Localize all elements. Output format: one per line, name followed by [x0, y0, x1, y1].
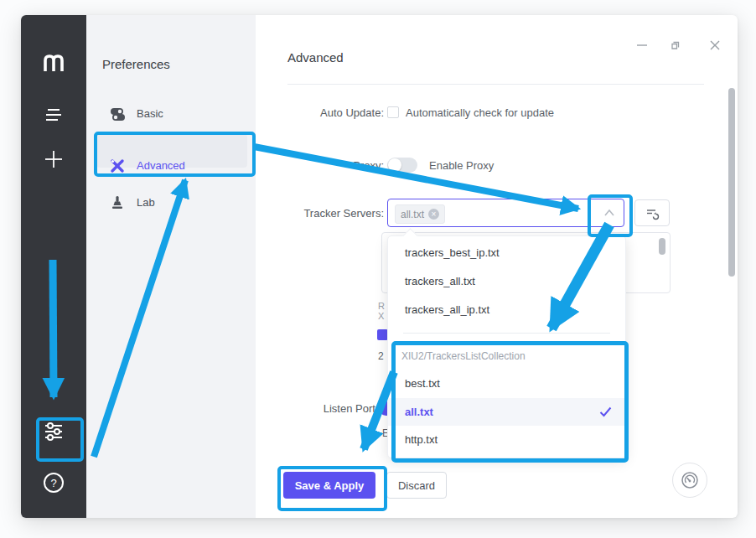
nav-basic-label: Basic: [137, 107, 163, 120]
speed-limit-button[interactable]: [672, 463, 707, 498]
annotation-box-save: [277, 466, 387, 511]
restore-button[interactable]: [667, 37, 684, 54]
selected-tracker-tag: all.txt ×: [395, 204, 445, 224]
help-icon[interactable]: ?: [43, 472, 65, 494]
add-task-icon[interactable]: [44, 149, 64, 169]
discard-button[interactable]: Discard: [386, 472, 447, 499]
basic-toggles-icon: [109, 106, 126, 122]
close-button[interactable]: [707, 37, 723, 54]
nav-lab-label: Lab: [137, 196, 155, 209]
desktop-background: ? Preferences Basic Advanced: [0, 0, 756, 538]
refresh-trackers-button[interactable]: [634, 199, 670, 226]
speedometer-icon: [680, 470, 700, 490]
lab-stamp-icon: [109, 194, 126, 211]
dropdown-item[interactable]: trackers_best_ip.txt: [388, 239, 625, 266]
tag-remove-icon[interactable]: ×: [428, 209, 439, 220]
proxy-toggle-label: Enable Proxy: [429, 159, 494, 172]
preferences-panel: Preferences: [86, 15, 256, 518]
proxy-label: Proxy:: [258, 159, 384, 172]
sidebar-item-lab[interactable]: Lab: [109, 194, 243, 211]
selected-tracker-tag-label: all.txt: [401, 209, 424, 220]
listen-ports-label: Listen Ports:: [258, 402, 384, 415]
page-title: Advanced: [287, 50, 344, 65]
dropdown-item[interactable]: trackers_all_ip.txt: [388, 296, 625, 323]
sync-list-icon: [645, 206, 660, 220]
dropdown-item[interactable]: trackers_all.txt: [388, 267, 625, 295]
title-divider: [287, 84, 704, 85]
preferences-title: Preferences: [102, 57, 170, 71]
auto-update-label: Auto Update:: [258, 106, 384, 119]
annotation-box-settings: [36, 417, 84, 462]
minimize-button[interactable]: [634, 37, 650, 54]
annotation-box-chevron: [588, 194, 633, 237]
app-window: ? Preferences Basic Advanced: [21, 15, 738, 518]
textarea-scrollbar[interactable]: [659, 238, 665, 255]
tracker-servers-label: Tracker Servers:: [258, 207, 384, 220]
task-list-icon[interactable]: [44, 106, 64, 124]
proxy-toggle-knob: [388, 158, 401, 172]
auto-update-checkbox[interactable]: [387, 106, 399, 118]
svg-text:?: ?: [50, 477, 56, 489]
annotation-box-tracker-group: [391, 341, 629, 463]
obscured-text-fragment: 2: [378, 350, 384, 362]
dropdown-divider: [403, 333, 610, 334]
motrix-logo-icon: [39, 48, 69, 78]
auto-update-checkbox-label[interactable]: Automatically check for update: [406, 106, 554, 119]
content-scrollbar[interactable]: [728, 88, 735, 277]
proxy-toggle[interactable]: [387, 158, 417, 173]
obscured-text-fragment: R: [378, 301, 385, 311]
sidebar-item-basic[interactable]: Basic: [109, 106, 243, 122]
annotation-box-advanced: [94, 132, 256, 177]
obscured-text-fragment: X: [378, 311, 384, 321]
